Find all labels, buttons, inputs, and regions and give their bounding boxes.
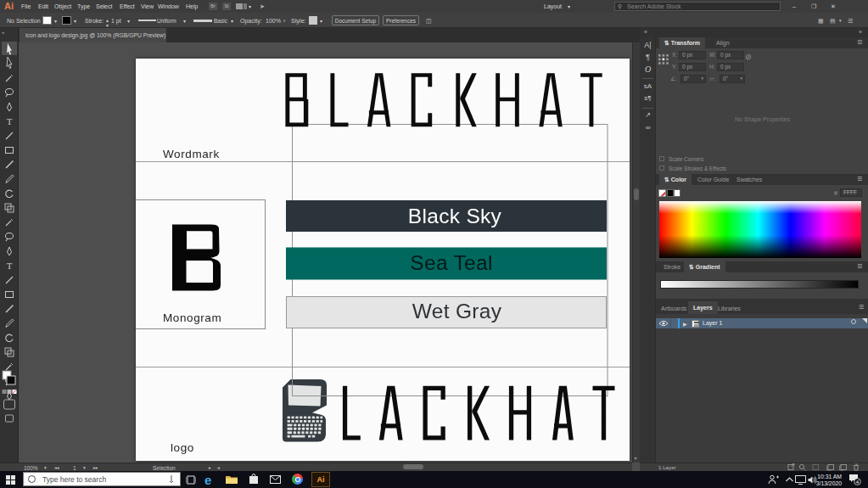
svg-text:T: T xyxy=(7,261,13,271)
svg-text:Sea Teal: Sea Teal xyxy=(410,251,492,274)
svg-text:Wet Gray: Wet Gray xyxy=(412,300,502,323)
svg-text:T: T xyxy=(7,116,13,126)
svg-text:Black Sky: Black Sky xyxy=(408,205,502,227)
svg-text:Monogram: Monogram xyxy=(163,311,221,324)
svg-text:Wordmark: Wordmark xyxy=(163,148,220,160)
svg-text:logo: logo xyxy=(171,441,194,454)
